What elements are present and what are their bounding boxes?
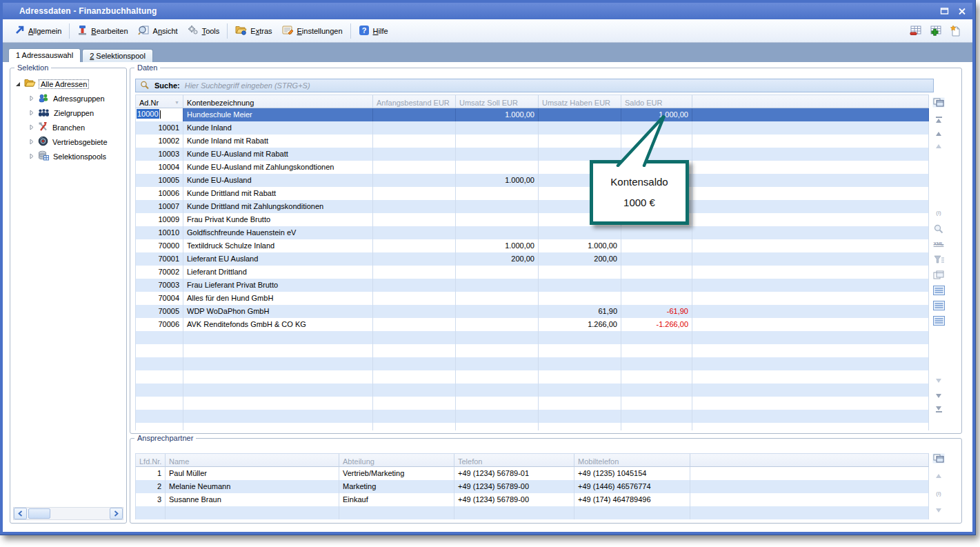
customize-grid-icon[interactable] — [930, 97, 947, 108]
expander-open-icon[interactable] — [16, 82, 20, 86]
table-row[interactable]: 3Susanne BraunEinkauf+49 (1234) 56789-00… — [136, 493, 929, 506]
scroll-down-icon[interactable] — [930, 394, 947, 398]
table-row[interactable]: 1Paul MüllerVertrieb/Marketing+49 (1234)… — [136, 467, 929, 480]
scroll-top-icon[interactable] — [930, 117, 947, 123]
search-icon — [140, 81, 150, 91]
menu-einstellungen[interactable]: Einstellungen — [277, 22, 348, 39]
layout-1-icon[interactable] — [930, 286, 947, 295]
scroll-bottom-icon[interactable] — [930, 406, 947, 412]
table-cell: Lieferant EU Ausland — [183, 252, 373, 266]
find-icon[interactable] — [930, 224, 947, 234]
table-cell: Melanie Neumann — [166, 480, 339, 493]
copy-layout-icon[interactable] — [930, 270, 947, 280]
column-header-umsatz-haben[interactable]: Umsatz Haben EUR — [539, 95, 621, 108]
column-header-abteilung[interactable]: Abteilung — [339, 454, 454, 467]
column-header-mobiltelefon[interactable]: Mobiltelefon — [574, 454, 690, 467]
tree-item-selektionspools[interactable]: Selektionspools — [14, 149, 123, 163]
scroll-left-icon[interactable] — [14, 508, 27, 519]
table-cell: -1.266,00 — [621, 318, 692, 331]
new-document-icon[interactable] — [949, 25, 963, 37]
column-header-kontenbezeichnung[interactable]: Kontenbezeichnung — [183, 95, 373, 108]
table-cell — [692, 239, 929, 252]
table-cell: 10005 — [136, 174, 183, 187]
customize-grid-icon[interactable] — [930, 453, 947, 464]
table-cell: 10009 — [136, 213, 183, 226]
table-cell — [621, 266, 692, 279]
xml-export-icon[interactable]: XML — [930, 241, 947, 246]
konten-grid: Ad.Nr▼ Kontenbezeichnung Anfangsbestand … — [135, 95, 929, 430]
scroll-down-alt-icon[interactable] — [930, 379, 947, 383]
menu-ansicht[interactable]: Ansicht — [133, 22, 183, 40]
table-cell — [373, 213, 456, 226]
table-row[interactable]: 2Melanie NeumannMarketing+49 (1234) 5678… — [136, 480, 929, 493]
layout-2-icon[interactable] — [930, 301, 947, 310]
group-brackets-icon[interactable]: (I) — [930, 490, 947, 497]
table-cell: 10010 — [136, 226, 183, 239]
table-row[interactable]: 10001Kunde Inland — [136, 121, 929, 135]
close-icon[interactable] — [957, 7, 967, 16]
column-header-lfdnr[interactable]: Lfd.Nr. — [136, 454, 166, 467]
tab-adressauswahl[interactable]: 1 Adressauswahl — [8, 48, 81, 62]
column-header-saldo[interactable]: Saldo EUR — [621, 95, 692, 108]
scroll-up-icon[interactable] — [930, 474, 947, 478]
table-cell: 1.000,00 — [539, 239, 621, 252]
table-cell — [373, 226, 456, 239]
table-cell: Kunde Inland — [183, 121, 373, 135]
table-row[interactable]: 70000Textildruck Schulze Inland1.000,001… — [136, 239, 929, 252]
menu-extras[interactable]: Extras — [230, 22, 277, 39]
scroll-down-icon[interactable] — [930, 508, 947, 513]
remove-table-icon[interactable] — [909, 25, 923, 37]
table-row[interactable]: 70005WDP WoDaPhon GmbH61,90-61,90 — [136, 305, 929, 318]
restore-window-icon[interactable] — [939, 7, 950, 16]
table-cell: Kunde Inland mit Rabatt — [183, 135, 373, 148]
table-row[interactable]: 10006Kunde Drittland mit Rabatt — [136, 187, 929, 200]
tree-horizontal-scrollbar[interactable] — [13, 507, 123, 520]
search-bar[interactable]: Suche: Hier Suchbegriff eingeben (STRG+S… — [135, 79, 934, 92]
table-row[interactable]: 70001Lieferant EU Ausland200,00200,00 — [136, 252, 929, 266]
table-row[interactable]: 70002Lieferant Drittland — [136, 266, 929, 279]
filter-icon[interactable] — [930, 255, 947, 264]
tree-item-alle-adressen[interactable]: Alle Adressen — [14, 77, 123, 91]
table-row[interactable]: 10000Hundeschule Meier1.000,001.000,00 — [136, 108, 929, 121]
scrollbar-thumb[interactable] — [28, 508, 50, 519]
inline-edit-cell[interactable]: 10000 — [136, 108, 183, 121]
column-header-anfangsbestand[interactable]: Anfangsbestand EUR — [373, 95, 456, 108]
tree-item-vertriebsgebiete[interactable]: Vertriebsgebiete — [14, 135, 123, 149]
table-row[interactable]: 70006AVK Renditefonds GmbH & CO KG1.266,… — [136, 318, 929, 331]
scroll-right-icon[interactable] — [110, 508, 123, 519]
table-row[interactable]: 70003Frau Lieferant Privat Brutto — [136, 279, 929, 292]
scroll-up-alt-icon[interactable] — [930, 144, 947, 148]
menu-tools[interactable]: Tools — [183, 22, 225, 39]
table-row[interactable]: 10010Goldfischfreunde Hauenstein eV — [136, 226, 929, 239]
table-row[interactable]: 10005Kunde EU-Ausland1.000,00 — [136, 174, 929, 187]
table-cell: Frau Lieferant Privat Brutto — [183, 279, 373, 292]
tab-selektionspool[interactable]: 2 Selektionspool — [82, 49, 153, 62]
menu-bearbeiten[interactable]: Bearbeiten — [72, 22, 132, 40]
expander-closed-icon — [30, 95, 34, 101]
table-row[interactable]: 70004Alles für den Hund GmbH — [136, 292, 929, 305]
table-row[interactable]: 10003Kunde EU-Ausland mit Rabatt — [136, 148, 929, 161]
column-header-telefon[interactable]: Telefon — [454, 454, 574, 467]
table-row[interactable]: 10009Frau Privat Kunde Brutto — [136, 213, 929, 226]
tree-item-branchen[interactable]: Branchen — [14, 120, 123, 135]
menu-allgemein[interactable]: Allgemein — [10, 22, 66, 39]
tree-item-zielgruppen[interactable]: Zielgruppen — [14, 106, 123, 120]
table-row[interactable]: 10002Kunde Inland mit Rabatt — [136, 135, 929, 148]
table-cell — [373, 252, 456, 266]
add-table-icon[interactable] — [929, 25, 943, 37]
table-cell — [456, 292, 539, 305]
column-header-umsatz-soll[interactable]: Umsatz Soll EUR — [456, 95, 539, 108]
table-row[interactable]: 10004Kunde EU-Ausland mit Zahlungskondti… — [136, 161, 929, 174]
table-cell: 70001 — [136, 252, 183, 266]
table-row[interactable]: 10007Kunde Drittland mit Zahlungskonditi… — [136, 200, 929, 213]
menu-hilfe[interactable]: ? Hilfe — [354, 22, 393, 40]
table-cell — [621, 279, 692, 292]
tree-item-adressgruppen[interactable]: Adressgruppen — [14, 91, 123, 106]
scroll-up-icon[interactable] — [930, 132, 947, 136]
layout-3-icon[interactable] — [930, 316, 947, 326]
column-header-name[interactable]: Name — [166, 454, 339, 467]
group-brackets-icon[interactable]: (I) — [930, 210, 947, 216]
column-header-adnr[interactable]: Ad.Nr▼ — [136, 95, 183, 108]
table-cell — [456, 121, 539, 135]
table-cell — [373, 292, 456, 305]
